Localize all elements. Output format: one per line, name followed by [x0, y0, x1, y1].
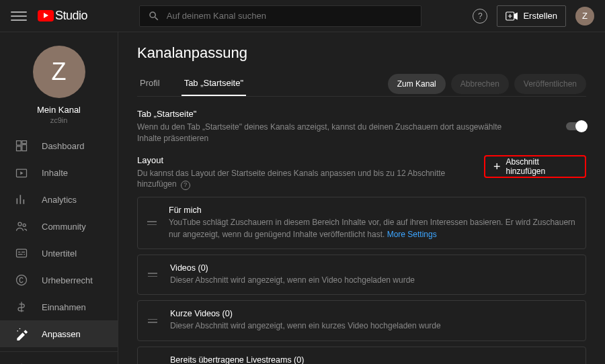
logo-text: Studio	[55, 9, 87, 23]
svg-point-6	[17, 330, 18, 332]
svg-point-2	[18, 222, 22, 226]
sidebar-item-customization[interactable]: Anpassen	[0, 320, 118, 347]
sidebar-nav: Dashboard Inhalte Analytics Community Un…	[0, 132, 118, 364]
svg-point-3	[23, 224, 26, 226]
layout-card[interactable]: Kurze Videos (0)Dieser Abschnitt wird an…	[137, 300, 586, 340]
home-tab-heading: Tab „Startseite"	[137, 109, 514, 119]
tab-home[interactable]: Tab „Startseite"	[182, 71, 246, 96]
info-icon[interactable]: ?	[181, 181, 190, 190]
drag-handle-icon[interactable]	[147, 221, 157, 225]
youtube-icon	[38, 10, 54, 21]
card-desc: Dieser Abschnitt wird angezeigt, wenn ei…	[170, 320, 441, 332]
community-icon	[15, 220, 28, 233]
sidebar-item-monetization[interactable]: Einnahmen	[0, 293, 118, 320]
tab-bar: Profil Tab „Startseite" Zum Kanal Abbrec…	[137, 71, 586, 97]
layout-heading: Layout	[137, 155, 484, 165]
create-icon	[506, 11, 518, 21]
layout-card[interactable]: Für michYouTube schlägt Zuschauern in di…	[137, 197, 586, 249]
sidebar-item-dashboard[interactable]: Dashboard	[0, 132, 118, 159]
menu-toggle[interactable]	[11, 8, 27, 24]
cancel-button[interactable]: Abbrechen	[451, 74, 509, 94]
page-title: Kanalanpassung	[137, 44, 586, 62]
channel-avatar[interactable]: Z	[33, 46, 85, 98]
create-button[interactable]: Erstellen	[497, 5, 566, 27]
drag-handle-icon[interactable]	[147, 319, 158, 323]
layout-desc: Du kannst das Layout der Startseite dein…	[137, 168, 484, 191]
sidebar-item-content[interactable]: Inhalte	[0, 159, 118, 186]
layout-card[interactable]: Bereits übertragene Livestreams (0)Diese…	[137, 347, 586, 364]
card-title: Kurze Videos (0)	[170, 309, 441, 318]
sidebar-item-analytics[interactable]: Analytics	[0, 186, 118, 213]
card-desc: Dieser Abschnitt wird angezeigt, wenn ei…	[170, 275, 415, 286]
sidebar-item-copyright[interactable]: Urheberrecht	[0, 267, 118, 293]
sidebar-item-settings[interactable]: Einstellungen	[0, 356, 118, 364]
publish-button[interactable]: Veröffentlichen	[514, 74, 586, 94]
sidebar: Z Mein Kanal zc9in Dashboard Inhalte Ana…	[0, 32, 118, 364]
card-title: Videos (0)	[170, 263, 415, 273]
subtitles-icon	[15, 246, 28, 260]
svg-rect-4	[17, 249, 27, 257]
plus-icon: +	[493, 161, 501, 173]
card-desc: YouTube schlägt Zuschauern in diesem Ber…	[169, 217, 576, 240]
home-tab-section: Tab „Startseite" Wenn du den Tab „Starts…	[137, 109, 586, 144]
sidebar-item-community[interactable]: Community	[0, 213, 118, 240]
monetization-icon	[15, 300, 28, 314]
main-content: Kanalanpassung Profil Tab „Startseite" Z…	[118, 32, 605, 364]
layout-section: Layout Du kannst das Layout der Startsei…	[137, 155, 586, 191]
analytics-icon	[15, 193, 28, 206]
channel-name: Mein Kanal	[37, 105, 81, 115]
svg-point-5	[17, 275, 27, 285]
add-section-button[interactable]: + Abschnitt hinzufügen	[484, 155, 586, 178]
customization-icon	[15, 327, 28, 340]
search-input[interactable]	[167, 11, 413, 21]
home-tab-desc: Wenn du den Tab „Startseite" deines Kana…	[137, 122, 514, 144]
channel-profile: Z Mein Kanal zc9in	[0, 32, 118, 132]
app-header: Studio ? Erstellen Z	[0, 0, 605, 32]
card-title: Für mich	[169, 206, 576, 215]
svg-point-7	[19, 328, 21, 330]
help-icon[interactable]: ?	[473, 9, 487, 24]
logo[interactable]: Studio	[38, 9, 87, 23]
search-box[interactable]	[139, 5, 421, 27]
card-title: Bereits übertragene Livestreams (0)	[170, 355, 449, 364]
layout-card[interactable]: Videos (0)Dieser Abschnitt wird angezeig…	[137, 255, 586, 295]
more-settings-link[interactable]: More Settings	[387, 230, 437, 239]
view-channel-button[interactable]: Zum Kanal	[388, 74, 446, 94]
search-icon	[148, 10, 160, 22]
tab-profile[interactable]: Profil	[137, 71, 163, 96]
dashboard-icon	[15, 139, 28, 152]
account-avatar[interactable]: Z	[575, 7, 594, 26]
create-label: Erstellen	[523, 11, 557, 21]
channel-handle: zc9in	[50, 116, 68, 124]
separator	[0, 351, 118, 352]
content-icon	[15, 166, 28, 179]
sidebar-item-subtitles[interactable]: Untertitel	[0, 240, 118, 267]
copyright-icon	[15, 273, 28, 287]
drag-handle-icon[interactable]	[147, 273, 158, 277]
home-tab-toggle[interactable]	[566, 122, 586, 130]
